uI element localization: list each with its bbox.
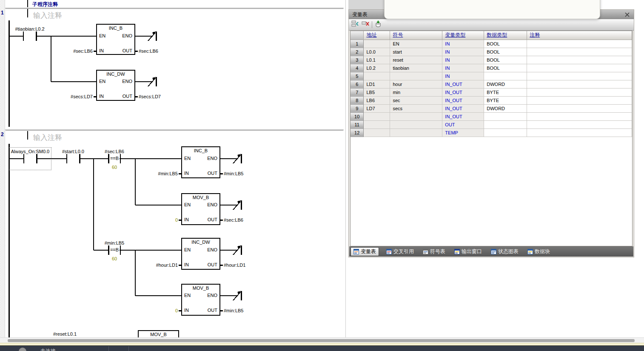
function-box[interactable]	[182, 284, 220, 315]
cell-datatype[interactable]: DWORD	[484, 104, 527, 112]
function-box[interactable]	[97, 24, 135, 54]
insert-cell-icon[interactable]	[351, 20, 359, 29]
cell-symbol[interactable]: sec	[390, 96, 442, 104]
cell-vartype[interactable]: IN_OUT	[442, 80, 484, 88]
cell-comment[interactable]	[527, 56, 632, 64]
cell-symbol[interactable]	[390, 72, 442, 80]
cell-address[interactable]	[364, 128, 390, 137]
cell-address[interactable]: L0.2	[364, 64, 390, 72]
cell-vartype[interactable]: IN_OUT	[442, 88, 484, 96]
cell-address[interactable]	[364, 120, 390, 128]
tab-output-window[interactable]: 输出窗口	[453, 247, 484, 256]
cell-vartype[interactable]: TEMP	[442, 128, 484, 137]
energy-flow-arrow	[241, 200, 242, 210]
close-icon[interactable]	[624, 11, 630, 18]
cell-symbol[interactable]: hour	[390, 80, 442, 88]
cell-comment[interactable]	[527, 40, 632, 48]
cell-address[interactable]	[364, 72, 390, 80]
cell-datatype[interactable]	[484, 120, 527, 128]
cell-datatype[interactable]	[484, 128, 527, 137]
column-header[interactable]: 数据类型	[484, 31, 527, 40]
tab-var-table[interactable]: 变量表	[350, 247, 379, 256]
cell-address[interactable]: LB6	[364, 96, 390, 104]
row-number[interactable]: 5	[350, 72, 364, 80]
row-number[interactable]: 9	[350, 104, 364, 112]
row-number[interactable]: 6	[350, 80, 364, 88]
cell-datatype[interactable]: BOOL	[484, 48, 527, 56]
cell-datatype[interactable]: BOOL	[484, 40, 527, 48]
cell-vartype[interactable]: IN_OUT	[442, 104, 484, 112]
cell-comment[interactable]	[527, 120, 632, 128]
cell-comment[interactable]	[527, 104, 632, 112]
tab-cross-ref[interactable]: 交叉引用	[385, 247, 416, 256]
cell-symbol[interactable]: secs	[390, 104, 442, 112]
ladder-editor[interactable]: 子程序注释 1输入注释#tiaobian:L0.2INC_BENENOINOUT…	[0, 0, 345, 337]
cell-vartype[interactable]: IN	[442, 56, 484, 64]
row-number[interactable]: 1	[350, 40, 364, 48]
row-number[interactable]: 10	[350, 112, 364, 120]
cell-address[interactable]: LD7	[364, 104, 390, 112]
cell-datatype[interactable]	[484, 72, 527, 80]
cell-vartype[interactable]: IN	[442, 48, 484, 56]
delete-cell-icon[interactable]	[362, 20, 369, 29]
cell-datatype[interactable]	[484, 112, 527, 120]
table-row: 8LB6secIN_OUTBYTE	[350, 96, 632, 104]
cell-comment[interactable]	[527, 128, 632, 137]
column-header[interactable]: 符号	[390, 31, 442, 40]
cell-comment[interactable]	[527, 80, 632, 88]
function-box[interactable]	[97, 70, 135, 100]
function-box[interactable]	[182, 194, 220, 225]
cell-address[interactable]	[364, 40, 390, 48]
import-icon[interactable]	[375, 20, 382, 29]
row-number[interactable]: 7	[350, 88, 364, 96]
horizontal-scrollbar[interactable]	[0, 337, 644, 343]
cell-symbol[interactable]	[390, 128, 442, 137]
cell-comment[interactable]	[527, 48, 632, 56]
cell-symbol[interactable]: start	[390, 48, 442, 56]
tab-status-chart[interactable]: 状态图表	[489, 247, 520, 256]
column-header[interactable]: 注释	[527, 31, 632, 40]
function-box[interactable]	[182, 147, 220, 178]
row-number[interactable]: 4	[350, 64, 364, 72]
cell-symbol[interactable]: min	[390, 88, 442, 96]
cell-comment[interactable]	[527, 72, 632, 80]
cell-vartype[interactable]: IN_OUT	[442, 96, 484, 104]
cell-address[interactable]: LB5	[364, 88, 390, 96]
row-number[interactable]: 8	[350, 96, 364, 104]
cell-vartype[interactable]: IN	[442, 64, 484, 72]
cell-datatype[interactable]: BYTE	[484, 96, 527, 104]
cell-symbol[interactable]	[390, 120, 442, 128]
function-box[interactable]	[138, 331, 179, 337]
cell-symbol[interactable]: tiaobian	[390, 64, 442, 72]
cell-symbol[interactable]: EN	[390, 40, 442, 48]
cell-datatype[interactable]: BOOL	[484, 64, 527, 72]
cell-datatype[interactable]: BOOL	[484, 56, 527, 64]
cell-vartype[interactable]: IN_OUT	[442, 112, 484, 120]
cell-address[interactable]: L0.1	[364, 56, 390, 64]
cell-comment[interactable]	[527, 88, 632, 96]
row-number[interactable]: 2	[350, 48, 364, 56]
cell-address[interactable]: L0.0	[364, 48, 390, 56]
row-number[interactable]: 11	[350, 120, 364, 128]
cell-comment[interactable]	[527, 96, 632, 104]
cell-datatype[interactable]: BYTE	[484, 88, 527, 96]
function-box[interactable]	[182, 238, 220, 269]
cell-address[interactable]	[364, 112, 390, 120]
cell-symbol[interactable]: reset	[390, 56, 442, 64]
cell-symbol[interactable]	[390, 112, 442, 120]
column-header[interactable]: 地址	[364, 31, 390, 40]
cell-vartype[interactable]: OUT	[442, 120, 484, 128]
cell-vartype[interactable]: IN	[442, 72, 484, 80]
cell-vartype[interactable]: IN	[442, 40, 484, 48]
cell-comment[interactable]	[527, 64, 632, 72]
column-header[interactable]: 变量类型	[442, 31, 484, 40]
cell-address[interactable]: LD1	[364, 80, 390, 88]
row-number[interactable]: 12	[350, 128, 364, 137]
status-bar: 未连接	[0, 345, 644, 351]
hscroll-thumb[interactable]	[8, 339, 635, 342]
row-number[interactable]: 3	[350, 56, 364, 64]
cell-comment[interactable]	[527, 112, 632, 120]
tab-symbol-table[interactable]: 符号表	[421, 247, 447, 256]
tab-data-block[interactable]: 数据块	[526, 247, 552, 256]
cell-datatype[interactable]: DWORD	[484, 80, 527, 88]
